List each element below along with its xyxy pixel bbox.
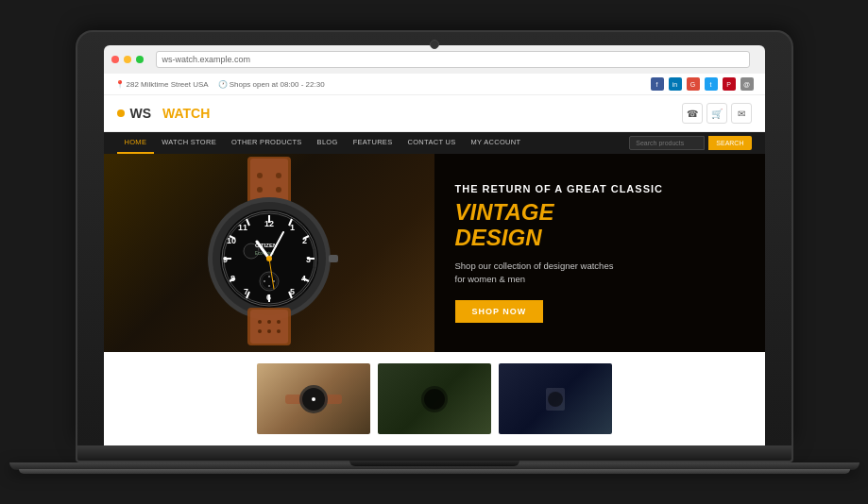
watch-visual: 12 1 2 3 4 5 6 7 8 9 10 <box>189 157 349 349</box>
email-social-icon[interactable]: @ <box>740 77 754 91</box>
googleplus-icon[interactable]: G <box>687 77 700 91</box>
pinterest-icon[interactable]: P <box>723 77 736 91</box>
nav-home[interactable]: HOME <box>117 132 155 154</box>
svg-point-47 <box>266 256 272 261</box>
header-icons: ☎ 🛒 ✉ <box>682 103 752 124</box>
svg-rect-50 <box>250 310 288 344</box>
svg-text:3: 3 <box>306 255 311 264</box>
nav-links: HOME WATCH STORE OTHER PRODUCTS BLOG FEA… <box>117 132 529 154</box>
nav-features[interactable]: FEATURES <box>346 132 400 154</box>
laptop-base <box>76 445 793 462</box>
svg-point-54 <box>258 329 262 333</box>
svg-point-3 <box>276 173 281 178</box>
top-bar: 📍 282 Milktime Street USA 🕐 Shops open a… <box>104 74 765 95</box>
svg-text:8: 8 <box>230 274 235 283</box>
svg-text:6: 6 <box>266 293 271 302</box>
browser-minimize-dot[interactable] <box>124 56 131 63</box>
logo-watch: WATCH <box>162 106 210 121</box>
nav-other-products[interactable]: OTHER PRODUCTS <box>224 132 310 154</box>
svg-point-51 <box>258 320 262 324</box>
cart-button[interactable]: 🛒 <box>706 103 727 124</box>
scene: ws-watch.example.com 📍 282 Milktime Stre… <box>0 0 868 504</box>
location-icon: 📍 <box>115 80 125 89</box>
thumb-overlay-2 <box>378 363 491 434</box>
linkedin-icon[interactable]: in <box>669 77 682 91</box>
svg-text:2: 2 <box>302 236 307 245</box>
logo-ws: WS <box>130 106 152 121</box>
svg-point-60 <box>312 397 315 401</box>
laptop: ws-watch.example.com 📍 282 Milktime Stre… <box>76 30 793 474</box>
svg-text:11: 11 <box>238 223 247 232</box>
hero-title: VINTAGE DESIGN <box>455 200 744 250</box>
browser-close-dot[interactable] <box>111 56 119 63</box>
svg-point-55 <box>267 329 271 333</box>
hero-title-line1: VINTAGE <box>455 199 554 225</box>
nav-blog[interactable]: BLOG <box>310 132 346 154</box>
svg-text:9: 9 <box>223 255 228 264</box>
svg-rect-1 <box>250 159 288 204</box>
svg-point-52 <box>267 320 271 324</box>
twitter-icon[interactable]: t <box>705 77 718 91</box>
svg-point-64 <box>548 392 563 407</box>
nav-watch-store[interactable]: WATCH STORE <box>154 132 224 154</box>
top-bar-hours: 🕐 Shops open at 08:00 - 22:30 <box>218 80 325 89</box>
svg-point-62 <box>424 389 445 410</box>
hero-section: 12 1 2 3 4 5 6 7 8 9 10 <box>104 154 765 352</box>
hero-content: THE RETURN OF A GREAT CLASSIC VINTAGE DE… <box>434 154 765 352</box>
svg-text:4: 4 <box>301 274 306 283</box>
logo-dot <box>117 109 125 117</box>
address-text: 282 Milktime Street USA <box>127 80 209 89</box>
hero-tagline: THE RETURN OF A GREAT CLASSIC <box>455 183 744 194</box>
logo: WS WATCH <box>117 106 211 121</box>
svg-text:12: 12 <box>264 219 274 228</box>
hero-title-line2: DESIGN <box>455 225 542 250</box>
social-icons: f in G t P @ <box>651 77 754 91</box>
hero-description: Shop our collection of designer watchesf… <box>455 260 744 287</box>
top-bar-left: 📍 282 Milktime Street USA 🕐 Shops open a… <box>115 80 325 89</box>
nav-search: SEARCH <box>629 136 751 150</box>
search-input[interactable] <box>629 136 705 150</box>
browser-chrome: ws-watch.example.com <box>104 45 765 74</box>
svg-point-5 <box>276 187 281 193</box>
svg-text:1: 1 <box>290 223 295 232</box>
hero-image: 12 1 2 3 4 5 6 7 8 9 10 <box>104 154 434 352</box>
site-nav: HOME WATCH STORE OTHER PRODUCTS BLOG FEA… <box>104 132 765 154</box>
browser-url-bar[interactable]: ws-watch.example.com <box>156 51 750 68</box>
svg-point-2 <box>257 173 263 178</box>
product-thumb-1[interactable] <box>257 363 370 434</box>
facebook-icon[interactable]: f <box>651 77 664 91</box>
top-bar-address: 📍 282 Milktime Street USA <box>115 80 209 89</box>
svg-point-4 <box>257 187 263 193</box>
svg-point-53 <box>277 320 281 324</box>
browser-maximize-dot[interactable] <box>136 56 144 63</box>
phone-button[interactable]: ☎ <box>682 103 703 124</box>
shop-now-button[interactable]: SHOP NOW <box>455 300 544 323</box>
product-strip <box>104 352 765 445</box>
email-button[interactable]: ✉ <box>731 103 752 124</box>
url-text: ws-watch.example.com <box>162 55 251 64</box>
svg-rect-48 <box>329 255 338 262</box>
site-header: WS WATCH ☎ 🛒 ✉ <box>104 95 765 132</box>
clock-icon: 🕐 <box>218 80 228 89</box>
product-thumb-2[interactable] <box>378 363 491 434</box>
thumb-overlay-1 <box>257 363 370 434</box>
nav-my-account[interactable]: MY ACCOUNT <box>464 132 529 154</box>
svg-text:10: 10 <box>227 236 236 245</box>
nav-contact[interactable]: CONTACT US <box>400 132 463 154</box>
hours-text: Shops open at 08:00 - 22:30 <box>230 80 325 89</box>
website-container: 📍 282 Milktime Street USA 🕐 Shops open a… <box>104 74 765 445</box>
search-button[interactable]: SEARCH <box>708 136 751 150</box>
product-thumb-3[interactable] <box>499 363 612 434</box>
svg-point-56 <box>277 329 281 333</box>
screen-lid: ws-watch.example.com 📍 282 Milktime Stre… <box>76 30 793 445</box>
thumb-overlay-3 <box>499 363 612 434</box>
svg-text:5: 5 <box>290 287 295 296</box>
svg-text:7: 7 <box>244 287 248 296</box>
laptop-foot <box>19 469 850 474</box>
